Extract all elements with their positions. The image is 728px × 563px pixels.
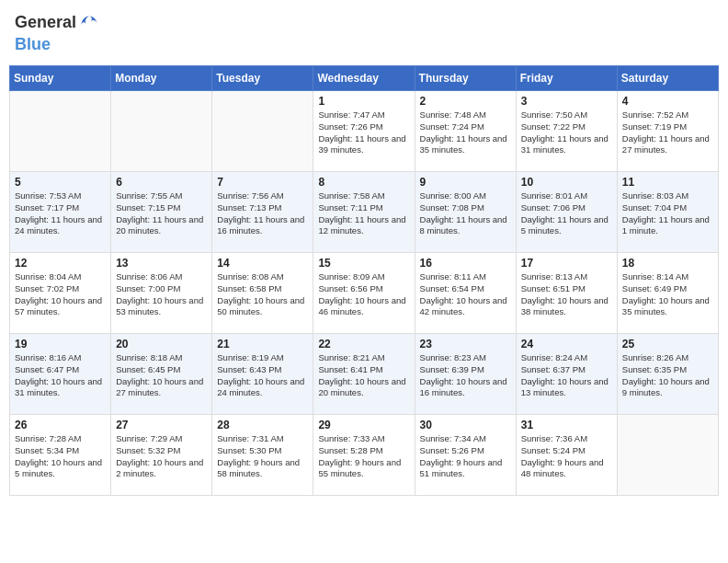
calendar-cell: 4Sunrise: 7:52 AM Sunset: 7:19 PM Daylig… bbox=[617, 91, 718, 172]
calendar-cell: 25Sunrise: 8:26 AM Sunset: 6:35 PM Dayli… bbox=[617, 334, 718, 415]
weekday-header: Monday bbox=[111, 66, 212, 91]
day-number: 5 bbox=[15, 176, 106, 189]
calendar-cell: 1Sunrise: 7:47 AM Sunset: 7:26 PM Daylig… bbox=[313, 91, 415, 172]
day-info: Sunrise: 7:33 AM Sunset: 5:28 PM Dayligh… bbox=[318, 433, 409, 480]
day-info: Sunrise: 8:04 AM Sunset: 7:02 PM Dayligh… bbox=[15, 271, 106, 318]
day-number: 7 bbox=[217, 176, 308, 189]
day-info: Sunrise: 7:31 AM Sunset: 5:30 PM Dayligh… bbox=[217, 433, 308, 480]
day-info: Sunrise: 8:21 AM Sunset: 6:41 PM Dayligh… bbox=[318, 352, 409, 399]
calendar-cell: 10Sunrise: 8:01 AM Sunset: 7:06 PM Dayli… bbox=[516, 172, 617, 253]
day-number: 25 bbox=[622, 338, 713, 350]
logo-line2: Blue bbox=[15, 35, 100, 54]
calendar-cell: 23Sunrise: 8:23 AM Sunset: 6:39 PM Dayli… bbox=[415, 334, 516, 415]
day-info: Sunrise: 8:13 AM Sunset: 6:51 PM Dayligh… bbox=[521, 271, 612, 318]
day-number: 6 bbox=[116, 176, 207, 189]
calendar-week-row: 5Sunrise: 7:53 AM Sunset: 7:17 PM Daylig… bbox=[10, 172, 719, 253]
calendar-cell: 27Sunrise: 7:29 AM Sunset: 5:32 PM Dayli… bbox=[111, 415, 212, 496]
calendar-week-row: 26Sunrise: 7:28 AM Sunset: 5:34 PM Dayli… bbox=[10, 415, 719, 496]
weekday-header: Friday bbox=[516, 66, 617, 91]
day-info: Sunrise: 8:19 AM Sunset: 6:43 PM Dayligh… bbox=[217, 352, 308, 399]
day-info: Sunrise: 7:50 AM Sunset: 7:22 PM Dayligh… bbox=[521, 109, 612, 156]
day-number: 16 bbox=[420, 257, 511, 270]
page-header: General Blue bbox=[9, 9, 719, 58]
day-number: 27 bbox=[116, 419, 207, 431]
calendar-cell: 17Sunrise: 8:13 AM Sunset: 6:51 PM Dayli… bbox=[516, 253, 617, 334]
calendar-cell: 30Sunrise: 7:34 AM Sunset: 5:26 PM Dayli… bbox=[415, 415, 516, 496]
day-number: 1 bbox=[318, 95, 409, 108]
day-info: Sunrise: 8:16 AM Sunset: 6:47 PM Dayligh… bbox=[15, 352, 106, 399]
day-number: 23 bbox=[420, 338, 511, 350]
calendar-cell: 14Sunrise: 8:08 AM Sunset: 6:58 PM Dayli… bbox=[212, 253, 313, 334]
day-info: Sunrise: 7:58 AM Sunset: 7:11 PM Dayligh… bbox=[318, 190, 409, 237]
day-number: 11 bbox=[622, 176, 713, 189]
calendar-week-row: 1Sunrise: 7:47 AM Sunset: 7:26 PM Daylig… bbox=[10, 91, 719, 172]
day-info: Sunrise: 8:09 AM Sunset: 6:56 PM Dayligh… bbox=[318, 271, 409, 318]
day-number: 8 bbox=[318, 176, 409, 189]
day-info: Sunrise: 7:28 AM Sunset: 5:34 PM Dayligh… bbox=[15, 433, 106, 480]
day-info: Sunrise: 7:56 AM Sunset: 7:13 PM Dayligh… bbox=[217, 190, 308, 237]
weekday-header: Thursday bbox=[415, 66, 516, 91]
day-number: 28 bbox=[217, 419, 308, 431]
calendar-cell: 19Sunrise: 8:16 AM Sunset: 6:47 PM Dayli… bbox=[10, 334, 111, 415]
day-number: 12 bbox=[15, 257, 106, 270]
calendar-cell: 9Sunrise: 8:00 AM Sunset: 7:08 PM Daylig… bbox=[415, 172, 516, 253]
calendar-cell bbox=[617, 415, 718, 496]
day-info: Sunrise: 7:52 AM Sunset: 7:19 PM Dayligh… bbox=[622, 109, 713, 156]
weekday-header: Wednesday bbox=[313, 66, 415, 91]
calendar-cell: 18Sunrise: 8:14 AM Sunset: 6:49 PM Dayli… bbox=[617, 253, 718, 334]
calendar-cell: 7Sunrise: 7:56 AM Sunset: 7:13 PM Daylig… bbox=[212, 172, 313, 253]
calendar-header-row: SundayMondayTuesdayWednesdayThursdayFrid… bbox=[10, 66, 719, 91]
calendar-week-row: 19Sunrise: 8:16 AM Sunset: 6:47 PM Dayli… bbox=[10, 334, 719, 415]
day-number: 19 bbox=[15, 338, 106, 350]
day-info: Sunrise: 8:26 AM Sunset: 6:35 PM Dayligh… bbox=[622, 352, 713, 399]
logo-line1: General bbox=[15, 13, 100, 35]
calendar-table: SundayMondayTuesdayWednesdayThursdayFrid… bbox=[9, 65, 719, 496]
day-number: 18 bbox=[622, 257, 713, 270]
logo-general: General bbox=[15, 13, 76, 31]
calendar-cell: 21Sunrise: 8:19 AM Sunset: 6:43 PM Dayli… bbox=[212, 334, 313, 415]
day-number: 26 bbox=[15, 419, 106, 431]
day-info: Sunrise: 7:34 AM Sunset: 5:26 PM Dayligh… bbox=[420, 433, 511, 480]
day-number: 20 bbox=[116, 338, 207, 350]
day-number: 17 bbox=[521, 257, 612, 270]
calendar-cell: 11Sunrise: 8:03 AM Sunset: 7:04 PM Dayli… bbox=[617, 172, 718, 253]
calendar-cell: 20Sunrise: 8:18 AM Sunset: 6:45 PM Dayli… bbox=[111, 334, 212, 415]
day-number: 3 bbox=[521, 95, 612, 108]
day-number: 14 bbox=[217, 257, 308, 270]
day-number: 10 bbox=[521, 176, 612, 189]
calendar-cell bbox=[10, 91, 111, 172]
calendar-cell: 13Sunrise: 8:06 AM Sunset: 7:00 PM Dayli… bbox=[111, 253, 212, 334]
day-number: 21 bbox=[217, 338, 308, 350]
day-info: Sunrise: 7:29 AM Sunset: 5:32 PM Dayligh… bbox=[116, 433, 207, 480]
day-info: Sunrise: 7:36 AM Sunset: 5:24 PM Dayligh… bbox=[521, 433, 612, 480]
calendar-cell: 26Sunrise: 7:28 AM Sunset: 5:34 PM Dayli… bbox=[10, 415, 111, 496]
calendar-cell: 2Sunrise: 7:48 AM Sunset: 7:24 PM Daylig… bbox=[415, 91, 516, 172]
day-number: 29 bbox=[318, 419, 409, 431]
day-info: Sunrise: 8:08 AM Sunset: 6:58 PM Dayligh… bbox=[217, 271, 308, 318]
day-info: Sunrise: 8:23 AM Sunset: 6:39 PM Dayligh… bbox=[420, 352, 511, 399]
day-info: Sunrise: 7:47 AM Sunset: 7:26 PM Dayligh… bbox=[318, 109, 409, 156]
day-info: Sunrise: 8:18 AM Sunset: 6:45 PM Dayligh… bbox=[116, 352, 207, 399]
day-number: 24 bbox=[521, 338, 612, 350]
day-info: Sunrise: 7:55 AM Sunset: 7:15 PM Dayligh… bbox=[116, 190, 207, 237]
calendar-cell: 16Sunrise: 8:11 AM Sunset: 6:54 PM Dayli… bbox=[415, 253, 516, 334]
day-number: 4 bbox=[622, 95, 713, 108]
day-info: Sunrise: 7:53 AM Sunset: 7:17 PM Dayligh… bbox=[15, 190, 106, 237]
calendar-week-row: 12Sunrise: 8:04 AM Sunset: 7:02 PM Dayli… bbox=[10, 253, 719, 334]
day-number: 31 bbox=[521, 419, 612, 431]
calendar-cell: 15Sunrise: 8:09 AM Sunset: 6:56 PM Dayli… bbox=[313, 253, 415, 334]
calendar-cell: 6Sunrise: 7:55 AM Sunset: 7:15 PM Daylig… bbox=[111, 172, 212, 253]
day-info: Sunrise: 8:01 AM Sunset: 7:06 PM Dayligh… bbox=[521, 190, 612, 237]
day-number: 9 bbox=[420, 176, 511, 189]
day-info: Sunrise: 8:24 AM Sunset: 6:37 PM Dayligh… bbox=[521, 352, 612, 399]
calendar-cell: 3Sunrise: 7:50 AM Sunset: 7:22 PM Daylig… bbox=[516, 91, 617, 172]
day-info: Sunrise: 8:03 AM Sunset: 7:04 PM Dayligh… bbox=[622, 190, 713, 237]
calendar-cell: 24Sunrise: 8:24 AM Sunset: 6:37 PM Dayli… bbox=[516, 334, 617, 415]
calendar-cell: 22Sunrise: 8:21 AM Sunset: 6:41 PM Dayli… bbox=[313, 334, 415, 415]
calendar-cell: 12Sunrise: 8:04 AM Sunset: 7:02 PM Dayli… bbox=[10, 253, 111, 334]
weekday-header: Sunday bbox=[10, 66, 111, 91]
day-number: 13 bbox=[116, 257, 207, 270]
day-info: Sunrise: 8:14 AM Sunset: 6:49 PM Dayligh… bbox=[622, 271, 713, 318]
day-info: Sunrise: 8:06 AM Sunset: 7:00 PM Dayligh… bbox=[116, 271, 207, 318]
weekday-header: Tuesday bbox=[212, 66, 313, 91]
